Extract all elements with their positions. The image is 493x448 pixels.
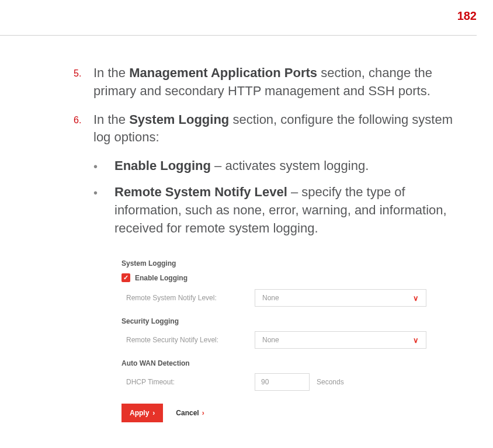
step-number: 5. — [74, 64, 93, 100]
security-logging-heading: Security Logging — [121, 317, 440, 325]
chevron-right-icon: › — [152, 409, 155, 417]
enable-logging-checkbox[interactable]: ✓ — [121, 273, 130, 282]
remote-security-value: None — [262, 336, 279, 344]
step6-bold: System Logging — [129, 112, 229, 127]
step5-bold: Management Application Ports — [129, 65, 317, 80]
bullet1-rest: – activates system logging. — [211, 158, 369, 173]
content-area: 5. In the Management Application Ports s… — [74, 64, 458, 422]
step6-prefix: In the — [93, 112, 129, 127]
step5-prefix: In the — [93, 65, 129, 80]
dhcp-timeout-unit: Seconds — [317, 378, 344, 386]
embedded-screenshot: System Logging ✓ Enable Logging Remote S… — [121, 259, 440, 422]
chevron-right-icon: › — [202, 409, 204, 417]
bullet-item: • Remote System Notify Level – specify t… — [93, 183, 458, 237]
bullet-list: • Enable Logging – activates system logg… — [93, 157, 458, 237]
bullet-dot: • — [93, 157, 114, 175]
cancel-label: Cancel — [176, 409, 199, 417]
dhcp-timeout-row: DHCP Timeout: 90 Seconds — [121, 373, 440, 391]
cancel-button[interactable]: Cancel › — [176, 409, 204, 417]
remote-system-label: Remote System Notify Level: — [121, 294, 255, 302]
system-logging-heading: System Logging — [121, 259, 440, 268]
step-text: In the System Logging section, configure… — [93, 111, 458, 147]
dhcp-timeout-label: DHCP Timeout: — [121, 378, 255, 386]
bullet-text: Remote System Notify Level – specify the… — [114, 183, 458, 237]
bullet-dot: • — [93, 183, 114, 237]
apply-label: Apply — [130, 409, 149, 417]
bullet-text: Enable Logging – activates system loggin… — [114, 157, 369, 175]
remote-security-label: Remote Security Notify Level: — [121, 336, 255, 344]
enable-logging-row: ✓ Enable Logging — [121, 273, 440, 282]
enable-logging-label: Enable Logging — [135, 274, 188, 282]
step-number: 6. — [74, 111, 93, 147]
step-text: In the Management Application Ports sect… — [93, 64, 458, 100]
bullet1-bold: Enable Logging — [114, 158, 211, 173]
dhcp-timeout-value: 90 — [261, 378, 269, 386]
chevron-down-icon: ∨ — [413, 336, 419, 345]
remote-security-row: Remote Security Notify Level: None ∨ — [121, 331, 440, 349]
apply-button[interactable]: Apply › — [121, 404, 163, 422]
bullet2-bold: Remote System Notify Level — [114, 185, 287, 199]
step-6: 6. In the System Logging section, config… — [74, 111, 458, 147]
bullet-item: • Enable Logging – activates system logg… — [93, 157, 458, 175]
remote-system-select[interactable]: None ∨ — [255, 289, 426, 307]
button-row: Apply › Cancel › — [121, 404, 440, 422]
dhcp-timeout-input[interactable]: 90 — [255, 373, 310, 391]
step-5: 5. In the Management Application Ports s… — [74, 64, 458, 100]
auto-wan-heading: Auto WAN Detection — [121, 359, 440, 367]
page-number: 182 — [457, 9, 477, 23]
header-divider — [0, 35, 477, 36]
remote-system-value: None — [262, 294, 279, 302]
remote-system-row: Remote System Notify Level: None ∨ — [121, 289, 440, 307]
chevron-down-icon: ∨ — [413, 294, 419, 303]
remote-security-select[interactable]: None ∨ — [255, 331, 426, 349]
